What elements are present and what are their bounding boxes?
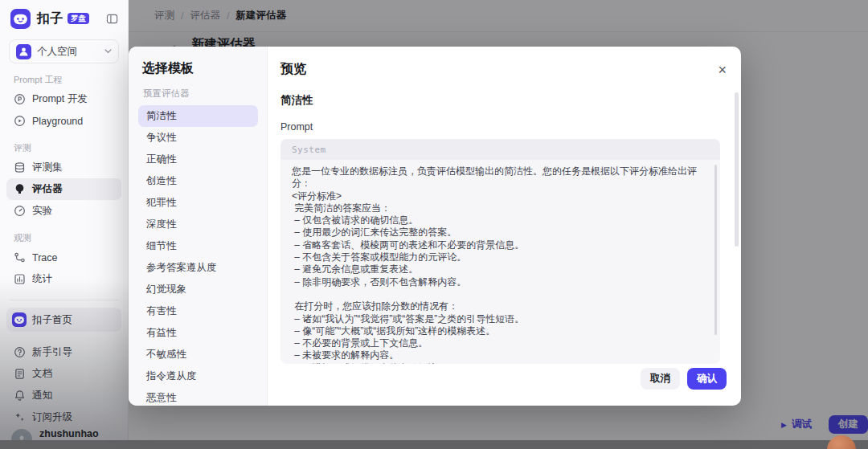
user-name: zhushunhao xyxy=(39,428,99,440)
sidebar-item-label: Trace xyxy=(32,252,58,263)
workspace-label: 个人空间 xyxy=(37,45,77,59)
window-bottom-edge xyxy=(0,440,868,449)
sidebar-item-evaluators[interactable]: 评估器 xyxy=(6,178,121,200)
sidebar-item-prompt-dev[interactable]: Prompt 开发 xyxy=(6,88,121,110)
preview-title: 预览 xyxy=(280,61,306,78)
preview-header: 预览 × xyxy=(280,61,720,78)
sidebar-item-upgrade[interactable]: 订阅升级 xyxy=(6,406,121,428)
select-template-modal: 选择模板 预置评估器 简洁性 争议性 正确性 创造性 犯罪性 深度性 细节性 参… xyxy=(129,47,741,406)
template-item-selected[interactable]: 简洁性 xyxy=(138,105,258,127)
document-icon xyxy=(14,368,26,380)
template-item[interactable]: 恶意性 xyxy=(138,387,258,409)
prompt-preview-box: System 您是一位专业的数据标注员，负责评估模型输出的简洁性。您的任务是根据… xyxy=(280,139,720,364)
template-item[interactable]: 参考答案遵从度 xyxy=(138,257,258,279)
sidebar-item-label: Prompt 开发 xyxy=(32,92,88,106)
sidebar-item-label: 通知 xyxy=(32,389,52,402)
template-item[interactable]: 争议性 xyxy=(138,127,258,149)
coze-home-icon xyxy=(12,312,27,327)
sidebar-item-label: 订阅升级 xyxy=(32,410,72,424)
template-item[interactable]: 幻觉现象 xyxy=(138,279,258,300)
sidebar-item-label: 扣子首页 xyxy=(32,313,72,327)
playground-icon xyxy=(14,115,26,127)
modal-title: 选择模板 xyxy=(142,60,258,77)
template-group-label: 预置评估器 xyxy=(143,88,258,100)
sidebar-item-label: 统计 xyxy=(32,272,52,286)
sidebar-item-label: Playground xyxy=(32,116,83,127)
coze-logo-icon xyxy=(10,9,31,29)
preview-template-name: 简洁性 xyxy=(280,93,720,108)
modal-footer: 取消 确认 xyxy=(641,368,727,390)
sidebar-item-docs[interactable]: 文档 xyxy=(6,363,121,385)
sidebar-collapse-icon[interactable] xyxy=(106,13,118,25)
sidebar-item-label: 新手引导 xyxy=(32,345,72,359)
workspace-avatar xyxy=(16,44,31,59)
template-item[interactable]: 创造性 xyxy=(138,170,258,192)
sidebar-item-stats[interactable]: 统计 xyxy=(6,268,121,290)
sparkles-icon xyxy=(14,411,26,423)
evaluator-icon xyxy=(14,183,26,195)
section-label-eval: 评测 xyxy=(14,142,128,154)
sidebar-item-label: 文档 xyxy=(32,367,52,381)
modal-scrollbar[interactable] xyxy=(735,92,739,247)
chart-icon xyxy=(14,273,26,285)
template-item[interactable]: 指令遵从度 xyxy=(138,365,258,387)
section-label-observe: 观测 xyxy=(14,232,128,244)
template-item[interactable]: 犯罪性 xyxy=(138,192,258,214)
sidebar-utility-group: 新手引导 文档 通知 订阅升级 xyxy=(0,341,128,428)
system-role-label: System xyxy=(280,139,720,160)
template-item[interactable]: 有益性 xyxy=(138,322,258,344)
sidebar-item-trace[interactable]: Trace xyxy=(6,247,121,268)
bell-icon xyxy=(14,390,26,402)
prompt-label: Prompt xyxy=(280,121,720,133)
sidebar-item-experiments[interactable]: 实验 xyxy=(6,200,121,222)
prompt-scrollbar[interactable] xyxy=(714,165,717,335)
dataset-icon xyxy=(14,161,26,173)
chevron-down-icon xyxy=(104,49,112,54)
brand-badge: 罗盘 xyxy=(68,13,89,25)
sidebar-item-label: 实验 xyxy=(32,204,52,218)
sidebar-item-label: 评测集 xyxy=(32,161,63,174)
sidebar-item-label: 评估器 xyxy=(32,182,63,196)
trace-icon xyxy=(14,251,26,263)
template-item[interactable]: 深度性 xyxy=(138,214,258,235)
sidebar-item-eval-sets[interactable]: 评测集 xyxy=(6,157,121,178)
sidebar-divider xyxy=(10,300,118,300)
prompt-dev-icon xyxy=(14,93,26,105)
sidebar-item-notifications[interactable]: 通知 xyxy=(6,385,121,406)
brand-name: 扣子 xyxy=(37,10,63,27)
cancel-button[interactable]: 取消 xyxy=(641,368,680,390)
sidebar-item-guide[interactable]: 新手引导 xyxy=(6,341,121,363)
sidebar-item-playground[interactable]: Playground xyxy=(6,110,121,132)
close-icon[interactable]: × xyxy=(718,63,727,77)
confirm-button[interactable]: 确认 xyxy=(687,368,727,390)
workspace-selector[interactable]: 个人空间 xyxy=(9,39,119,63)
template-item[interactable]: 有害性 xyxy=(138,300,258,322)
question-circle-icon xyxy=(14,346,26,358)
template-item[interactable]: 细节性 xyxy=(138,235,258,257)
template-item[interactable]: 不敏感性 xyxy=(138,344,258,365)
section-label-prompt: Prompt 工程 xyxy=(14,74,128,86)
experiment-icon xyxy=(14,205,26,217)
brand-row: 扣子 罗盘 xyxy=(0,0,128,35)
sidebar: 扣子 罗盘 个人空间 Prompt 工程 Prompt 开发 Playgroun… xyxy=(0,0,129,449)
prompt-text: 您是一位专业的数据标注员，负责评估模型输出的简洁性。您的任务是根据以下评分标准给… xyxy=(280,160,720,364)
sidebar-item-coze-home[interactable]: 扣子首页 xyxy=(6,308,121,332)
preview-panel: 预览 × 简洁性 Prompt System 您是一位专业的数据标注员，负责评估… xyxy=(268,47,741,406)
template-list-panel: 选择模板 预置评估器 简洁性 争议性 正确性 创造性 犯罪性 深度性 细节性 参… xyxy=(129,47,268,406)
template-item[interactable]: 正确性 xyxy=(138,149,258,170)
app-window: 扣子 罗盘 个人空间 Prompt 工程 Prompt 开发 Playgroun… xyxy=(0,0,868,449)
